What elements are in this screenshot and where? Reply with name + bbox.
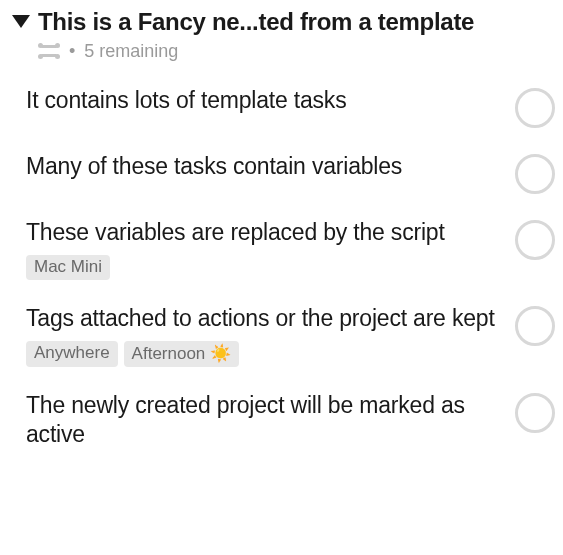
tag[interactable]: Mac Mini <box>26 255 110 280</box>
project-header: This is a Fancy ne...ted from a template <box>12 8 551 37</box>
project-meta: • 5 remaining <box>38 41 551 62</box>
task-row[interactable]: It contains lots of template tasks <box>12 76 551 142</box>
task-title: The newly created project will be marked… <box>26 391 503 451</box>
task-row[interactable]: The newly created project will be marked… <box>12 381 551 465</box>
disclosure-triangle-icon[interactable] <box>12 15 30 28</box>
task-title: It contains lots of template tasks <box>26 86 503 116</box>
task-title: Many of these tasks contain variables <box>26 152 503 182</box>
meta-separator: • <box>69 41 75 62</box>
task-content: Tags attached to actions or the project … <box>26 304 503 367</box>
task-row[interactable]: Tags attached to actions or the project … <box>12 294 551 381</box>
task-content: It contains lots of template tasks <box>26 86 503 116</box>
task-row[interactable]: Many of these tasks contain variables <box>12 142 551 208</box>
status-circle-icon[interactable] <box>515 88 555 128</box>
tag[interactable]: Afternoon ☀️ <box>124 341 239 367</box>
status-circle-icon[interactable] <box>515 154 555 194</box>
task-title: Tags attached to actions or the project … <box>26 304 503 334</box>
task-row[interactable]: These variables are replaced by the scri… <box>12 208 551 294</box>
task-content: These variables are replaced by the scri… <box>26 218 503 280</box>
parallel-project-icon <box>38 43 60 59</box>
project-title[interactable]: This is a Fancy ne...ted from a template <box>38 8 551 37</box>
status-circle-icon[interactable] <box>515 306 555 346</box>
status-circle-icon[interactable] <box>515 393 555 433</box>
task-content: The newly created project will be marked… <box>26 391 503 451</box>
task-content: Many of these tasks contain variables <box>26 152 503 182</box>
task-tags: Anywhere Afternoon ☀️ <box>26 341 503 367</box>
task-tags: Mac Mini <box>26 255 503 280</box>
project-container: This is a Fancy ne...ted from a template… <box>0 0 563 464</box>
task-title: These variables are replaced by the scri… <box>26 218 503 248</box>
remaining-count: 5 remaining <box>84 41 178 62</box>
task-list: It contains lots of template tasks Many … <box>12 76 551 465</box>
status-circle-icon[interactable] <box>515 220 555 260</box>
tag[interactable]: Anywhere <box>26 341 118 367</box>
